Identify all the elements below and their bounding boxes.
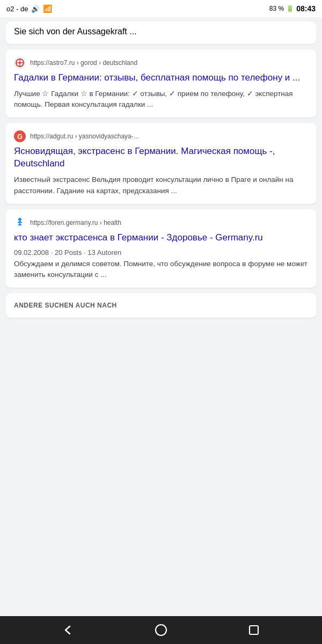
carrier-label: o2 - de bbox=[6, 5, 28, 13]
card-title-adgut[interactable]: Ясновидящая, экстрасенс в Германии. Маги… bbox=[14, 145, 308, 170]
url-row: G https://adgut.ru › yasnovidyaschaya-..… bbox=[14, 130, 308, 142]
andere-title: ANDERE SUCHEN AUCH NACH bbox=[14, 302, 308, 309]
card-description-germany: Обсуждаем и делимся советом. Помните, чт… bbox=[14, 259, 308, 281]
svg-point-5 bbox=[18, 218, 21, 221]
card-title-astro7[interactable]: Гадалки в Германии: отзывы, бесплатная п… bbox=[14, 72, 308, 84]
status-bar: o2 - de 🔊 📶 83 % 🔋 08:43 bbox=[0, 0, 322, 17]
germany-site-icon bbox=[14, 217, 26, 229]
back-button[interactable] bbox=[61, 623, 75, 637]
svg-point-11 bbox=[156, 625, 166, 635]
card-url-adgut: https://adgut.ru › yasnovidyaschaya-... bbox=[30, 133, 139, 140]
svg-rect-12 bbox=[250, 626, 258, 634]
recent-apps-button[interactable] bbox=[247, 623, 261, 637]
sound-icon: 🔊 bbox=[31, 5, 40, 13]
svg-point-4 bbox=[19, 62, 21, 64]
battery-label: 83 % bbox=[269, 5, 284, 12]
card-description-adgut: Известный экстрасенс Вельдия проводит ко… bbox=[14, 174, 308, 196]
bottom-nav bbox=[0, 616, 322, 644]
card-meta-germany: 09.02.2008 · 20 Posts · 13 Autoren bbox=[14, 248, 308, 257]
signal-icon: 📶 bbox=[43, 4, 52, 13]
partial-result-card: Sie sich von der Aussagekraft ... bbox=[5, 21, 317, 44]
home-button[interactable] bbox=[154, 623, 168, 637]
astro-site-icon bbox=[14, 57, 26, 69]
card-url-germany: https://foren.germany.ru › health bbox=[30, 219, 121, 226]
battery-icon: 🔋 bbox=[286, 5, 294, 12]
adgut-site-icon: G bbox=[14, 130, 26, 142]
card-description-astro7: Лучшие ☆ Гадалки ☆ в Германии: ✓ отзывы,… bbox=[14, 89, 308, 111]
url-row: https://foren.germany.ru › health bbox=[14, 217, 308, 229]
result-card-astro7[interactable]: https://astro7.ru › gorod › deutschland … bbox=[5, 49, 317, 118]
andere-section: ANDERE SUCHEN AUCH NACH bbox=[5, 293, 317, 318]
card-title-germany[interactable]: кто знает экстрасенса в Германии - Здоро… bbox=[14, 232, 308, 244]
partial-text: Sie sich von der Aussagekraft ... bbox=[14, 27, 137, 36]
result-card-adgut[interactable]: G https://adgut.ru › yasnovidyaschaya-..… bbox=[5, 123, 317, 203]
status-left: o2 - de 🔊 📶 bbox=[6, 4, 52, 13]
result-card-germany[interactable]: https://foren.germany.ru › health кто зн… bbox=[5, 209, 317, 288]
card-url-astro7: https://astro7.ru › gorod › deutschland bbox=[30, 59, 137, 67]
url-row: https://astro7.ru › gorod › deutschland bbox=[14, 57, 308, 69]
time-label: 08:43 bbox=[296, 4, 316, 13]
status-right: 83 % 🔋 08:43 bbox=[269, 4, 316, 13]
results-container: Sie sich von der Aussagekraft ... https:… bbox=[0, 17, 322, 616]
